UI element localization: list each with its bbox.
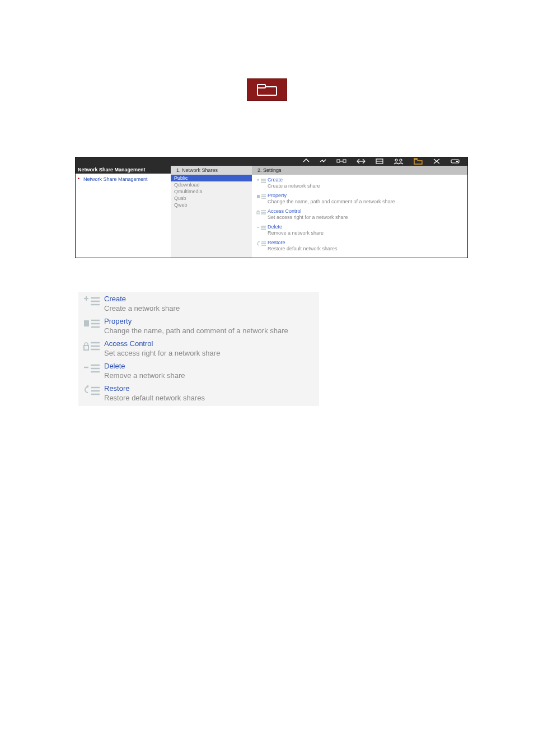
detail-restore[interactable]: Restore Restore default network shares: [78, 382, 319, 405]
detail-delete-sub: Remove a network share: [104, 371, 185, 380]
quick-icon[interactable]: [320, 158, 326, 165]
detail-delete[interactable]: Delete Remove a network share: [78, 360, 319, 382]
svg-rect-3: [343, 160, 346, 162]
tab-network-shares[interactable]: 1. Network Shares: [171, 166, 252, 175]
delete-icon: [255, 224, 268, 232]
content-area: 1. Network Shares 2. Settings Public Qdo…: [171, 166, 467, 258]
create-icon: [255, 177, 268, 185]
header-folder-badge: [247, 78, 287, 101]
action-restore-title: Restore: [268, 240, 338, 246]
disk-icon[interactable]: [376, 158, 383, 165]
svg-rect-23: [257, 212, 259, 214]
action-delete-sub: Remove a network share: [268, 230, 324, 236]
users-icon[interactable]: [394, 158, 404, 166]
action-property-sub: Change the name, path and comment of a n…: [268, 199, 395, 205]
action-create[interactable]: Create Create a network share: [255, 177, 464, 189]
admin-screenshot: Network Share Management Network Share M…: [75, 157, 468, 258]
restore-icon: [82, 384, 102, 398]
tab-bar: 1. Network Shares 2. Settings: [171, 166, 467, 175]
detail-create-title: Create: [104, 294, 180, 304]
share-item-qweb[interactable]: Qweb: [171, 202, 252, 208]
home-icon[interactable]: [303, 158, 310, 166]
svg-point-9: [400, 159, 402, 161]
arrows-icon[interactable]: [357, 158, 366, 165]
svg-rect-13: [456, 161, 458, 162]
svg-rect-1: [257, 85, 265, 88]
detail-access-sub: Set access right for a network share: [104, 348, 220, 358]
device-icon[interactable]: [451, 158, 460, 165]
property-icon: [255, 193, 268, 200]
network-icon[interactable]: [336, 158, 346, 165]
action-access-title: Access Control: [268, 208, 348, 214]
folder-icon: [257, 83, 277, 96]
action-access[interactable]: Access Control Set access right for a ne…: [255, 208, 464, 221]
svg-rect-19: [257, 195, 260, 198]
sidebar: Network Share Management Network Share M…: [76, 166, 171, 258]
share-item-qdownload[interactable]: Qdownload: [171, 181, 252, 188]
detail-access[interactable]: Access Control Set access right for a ne…: [78, 338, 319, 360]
action-restore-sub: Restore default network shares: [268, 246, 338, 252]
top-toolbar: [76, 157, 467, 166]
svg-rect-39: [84, 320, 89, 326]
detail-create[interactable]: Create Create a network share: [78, 293, 319, 315]
actions-detail-list: Create Create a network share Property C…: [78, 292, 319, 406]
share-item-qmultimedia[interactable]: Qmultimedia: [171, 188, 252, 195]
share-folder-icon[interactable]: [414, 158, 423, 166]
action-create-title: Create: [268, 177, 320, 183]
svg-rect-43: [84, 346, 88, 350]
share-item-public[interactable]: Public: [171, 175, 252, 181]
detail-property-title: Property: [104, 316, 288, 326]
share-list[interactable]: Public Qdownload Qmultimedia Qusb Qweb: [171, 175, 252, 258]
sidebar-item-share-mgmt[interactable]: Network Share Management: [76, 174, 171, 185]
detail-delete-title: Delete: [104, 361, 185, 371]
svg-rect-2: [337, 160, 340, 162]
create-icon: [82, 294, 102, 309]
action-delete[interactable]: Delete Remove a network share: [255, 224, 464, 236]
sidebar-title: Network Share Management: [76, 166, 171, 174]
property-icon: [82, 316, 102, 331]
share-item-qusb[interactable]: Qusb: [171, 195, 252, 202]
detail-access-title: Access Control: [104, 339, 220, 348]
detail-restore-title: Restore: [104, 384, 205, 393]
detail-create-sub: Create a network share: [104, 304, 180, 313]
access-icon: [82, 339, 102, 353]
access-icon: [255, 208, 268, 216]
action-create-sub: Create a network share: [268, 183, 320, 189]
action-delete-title: Delete: [268, 224, 324, 230]
detail-restore-sub: Restore default network shares: [104, 393, 205, 403]
tools-icon[interactable]: [433, 158, 441, 166]
tab-settings[interactable]: 2. Settings: [252, 166, 287, 175]
restore-icon: [255, 240, 268, 248]
detail-property[interactable]: Property Change the name, path and comme…: [78, 315, 319, 338]
action-restore[interactable]: Restore Restore default network shares: [255, 240, 464, 252]
svg-point-8: [395, 159, 397, 161]
delete-icon: [82, 361, 102, 376]
action-property-title: Property: [268, 193, 395, 199]
action-property[interactable]: Property Change the name, path and comme…: [255, 193, 464, 205]
actions-panel: Create Create a network share Property C…: [252, 175, 467, 258]
detail-property-sub: Change the name, path and comment of a n…: [104, 326, 288, 335]
action-access-sub: Set access right for a network share: [268, 214, 348, 221]
